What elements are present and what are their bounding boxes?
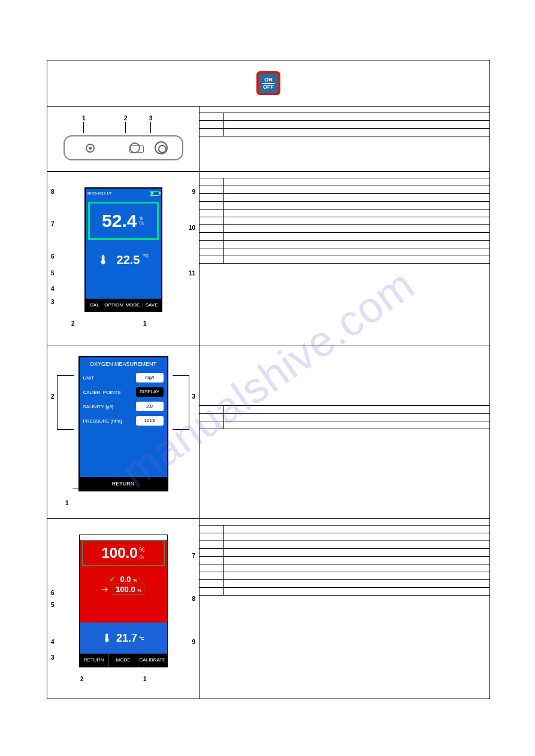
table-calibration	[200, 525, 489, 596]
connector-panel	[64, 135, 183, 160]
device-screen-menu: OXYGEN MEASUREMENT UNIT mg/l CALIBR. POI…	[78, 356, 168, 491]
label-8: 8	[192, 596, 195, 602]
menu-row-unit[interactable]: UNIT mg/l	[80, 371, 167, 385]
on-off-button-icon: ON OFF	[256, 71, 280, 95]
table-row	[200, 113, 489, 121]
table-row	[200, 202, 489, 210]
label-3: 3	[149, 115, 153, 122]
label-9: 9	[192, 189, 195, 195]
table-row	[200, 225, 489, 233]
table-row	[200, 406, 489, 414]
table-measurement	[200, 178, 489, 264]
label-11: 11	[189, 270, 195, 277]
table-row	[200, 121, 489, 129]
header-row: ON OFF	[47, 60, 489, 107]
btn-mode[interactable]: MODE	[123, 302, 143, 308]
main-value: 52.4	[102, 211, 137, 231]
row-calibration: 6 5 4 3 2 1 7 8 9 100.0 %O₂ ✓ 0.0	[47, 519, 489, 699]
table-row	[200, 588, 489, 596]
label-7: 7	[51, 221, 55, 227]
temp-unit: °C	[143, 253, 149, 259]
row-menu: 2 3 1 OXYGEN MEASUREMENT UNIT mg/l CALIB…	[47, 345, 489, 519]
table-row	[200, 414, 489, 421]
btn-calibrate[interactable]: CALIBRATE	[138, 654, 167, 667]
menu-row-salinity[interactable]: SALINITY [g/l] 2.8	[80, 399, 167, 414]
table-row	[200, 129, 489, 136]
calib-row-1: ✓ 0.0 %	[80, 575, 167, 584]
table-row	[200, 186, 489, 194]
table-row	[200, 248, 489, 256]
table-row	[200, 210, 489, 217]
calib-row-2: ➔ 100.0 %	[80, 584, 167, 595]
label-5: 5	[51, 602, 55, 608]
connector-2-icon	[129, 142, 140, 153]
label-1: 1	[143, 676, 147, 682]
table-row	[200, 533, 489, 541]
thermometer-icon: 🌡	[102, 632, 113, 645]
calib-temp-unit: °C	[139, 636, 144, 641]
label-8: 8	[51, 189, 55, 195]
label-3: 3	[192, 393, 195, 400]
btn-option[interactable]: OPTION	[104, 302, 123, 308]
table-row	[200, 549, 489, 557]
menu-row-calibr-points[interactable]: CALIBR. POINTS DISPLAY	[80, 385, 167, 399]
btn-save[interactable]: SAVE	[143, 302, 161, 308]
label-3: 3	[51, 654, 55, 661]
on-label: ON	[259, 77, 278, 83]
table-row	[200, 580, 489, 588]
label-4: 4	[51, 639, 55, 645]
label-1: 1	[143, 320, 147, 327]
calib-top-box: 100.0 %O₂	[82, 540, 165, 566]
table-row	[200, 572, 489, 580]
label-2: 2	[71, 320, 75, 327]
arrow-right-icon: ➔	[102, 585, 108, 594]
btn-return[interactable]: RETURN	[80, 477, 167, 490]
label-4: 4	[51, 286, 55, 292]
table-row	[200, 564, 489, 572]
calib-temp-row: 🌡 21.7 °C	[80, 623, 167, 654]
table-row	[200, 541, 489, 549]
device-screen-calibration: 100.0 %O₂ ✓ 0.0 % ➔ 100.0 %	[79, 535, 168, 667]
main-reading-box: 52.4 % O₂	[88, 202, 159, 240]
thermometer-icon: 🌡	[98, 253, 110, 266]
label-2: 2	[80, 676, 84, 682]
btn-cal[interactable]: CAL	[86, 302, 105, 308]
btn-return[interactable]: RETURN	[80, 654, 109, 667]
date-time: 28-05-2019 1/7	[87, 192, 112, 195]
temperature-row: 🌡 22.5 °C	[86, 253, 161, 267]
table-row	[200, 194, 489, 202]
label-2: 2	[51, 393, 55, 400]
off-label: OFF	[259, 84, 278, 90]
label-10: 10	[189, 224, 195, 231]
row-measurement: 8 7 6 5 4 3 2 1 9 10 11 28-05-2019 1/7 5…	[47, 172, 489, 345]
label-9: 9	[192, 639, 195, 645]
page-border: ON OFF 1 2 3	[47, 60, 490, 699]
menu-row-pressure[interactable]: PRESSURE [hPa] 1013	[80, 414, 167, 428]
label-1: 1	[82, 115, 86, 122]
label-6: 6	[51, 253, 55, 260]
menu-title: OXYGEN MEASUREMENT	[80, 357, 167, 371]
calib-top-value: 100.0	[102, 545, 138, 561]
row-connectors: 1 2 3	[47, 107, 489, 172]
battery-icon	[150, 191, 159, 196]
label-7: 7	[192, 552, 195, 559]
connector-3-icon	[155, 141, 168, 154]
table-row	[200, 256, 489, 264]
label-5: 5	[51, 270, 55, 277]
table-row	[200, 421, 489, 429]
temp-value: 22.5	[117, 253, 140, 266]
table-row	[200, 241, 489, 248]
device-screen-measurement: 28-05-2019 1/7 52.4 % O₂ 🌡 22.5 °C	[84, 187, 162, 312]
table-row	[200, 557, 489, 564]
table-connectors	[200, 113, 489, 136]
btn-mode[interactable]: MODE	[109, 654, 138, 667]
label-3: 3	[51, 299, 55, 305]
check-icon: ✓	[109, 575, 116, 584]
table-row	[200, 178, 489, 186]
label-1: 1	[65, 500, 69, 506]
table-row	[200, 233, 489, 241]
table-row	[200, 526, 489, 533]
table-menu	[200, 405, 489, 429]
table-row	[200, 217, 489, 225]
main-unit-top: %	[139, 216, 143, 220]
